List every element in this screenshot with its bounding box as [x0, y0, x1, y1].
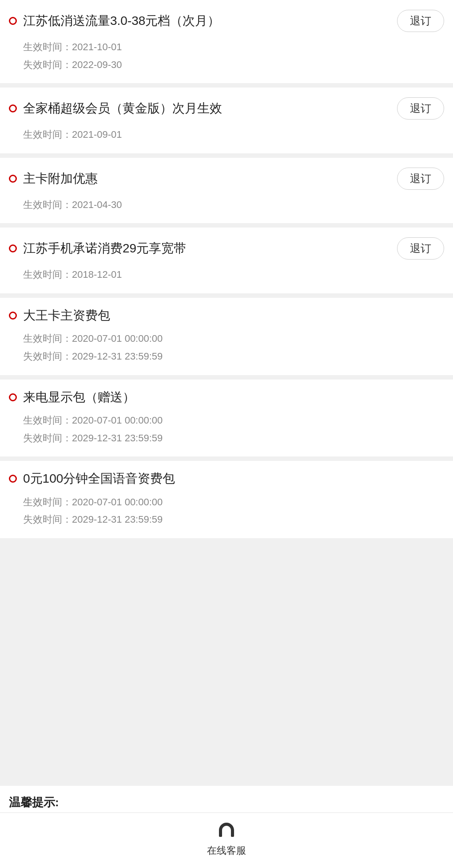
service-card-5: 大王卡主资费包 生效时间：2020-07-01 00:00:00失效时间：202… — [0, 298, 453, 375]
card-header-3: 主卡附加优惠 退订 — [9, 168, 444, 190]
status-dot-5 — [9, 312, 17, 320]
expire-time-7: 失效时间：2029-12-31 23:59:59 — [23, 511, 444, 528]
card-header-4: 江苏手机承诺消费29元享宽带 退订 — [9, 237, 444, 260]
effective-time-7: 生效时间：2020-07-01 00:00:00 — [23, 493, 444, 511]
svg-rect-0 — [219, 832, 222, 837]
card-title-row-4: 江苏手机承诺消费29元享宽带 — [9, 240, 390, 256]
unsubscribe-button-1[interactable]: 退订 — [397, 10, 444, 32]
svg-rect-1 — [231, 832, 234, 837]
bottom-bar[interactable]: 在线客服 — [0, 812, 453, 868]
card-info-7: 生效时间：2020-07-01 00:00:00失效时间：2029-12-31 … — [9, 493, 444, 528]
effective-time-3: 生效时间：2021-04-30 — [23, 196, 444, 214]
card-title-row-5: 大王卡主资费包 — [9, 308, 444, 324]
card-title-6: 来电显示包（赠送） — [23, 389, 135, 405]
card-info-3: 生效时间：2021-04-30 — [9, 196, 444, 214]
card-header-1: 江苏低消送流量3.0-38元档（次月） 退订 — [9, 10, 444, 32]
card-info-4: 生效时间：2018-12-01 — [9, 266, 444, 284]
card-header-6: 来电显示包（赠送） — [9, 389, 444, 405]
service-card-7: 0元100分钟全国语音资费包 生效时间：2020-07-01 00:00:00失… — [0, 461, 453, 538]
card-title-row-2: 全家桶超级会员（黄金版）次月生效 — [9, 100, 390, 116]
unsubscribe-button-2[interactable]: 退订 — [397, 97, 444, 120]
effective-time-6: 生效时间：2020-07-01 00:00:00 — [23, 412, 444, 429]
service-card-3: 主卡附加优惠 退订 生效时间：2021-04-30 — [0, 158, 453, 224]
card-title-5: 大王卡主资费包 — [23, 308, 110, 324]
effective-time-2: 生效时间：2021-09-01 — [23, 126, 444, 144]
main-content: 江苏低消送流量3.0-38元档（次月） 退订 生效时间：2021-10-01失效… — [0, 0, 453, 786]
card-info-1: 生效时间：2021-10-01失效时间：2022-09-30 — [9, 38, 444, 73]
warm-tips-section: 温馨提示: — [0, 786, 453, 815]
card-header-7: 0元100分钟全国语音资费包 — [9, 471, 444, 487]
status-dot-7 — [9, 475, 17, 483]
card-title-1: 江苏低消送流量3.0-38元档（次月） — [23, 13, 220, 29]
expire-time-6: 失效时间：2029-12-31 23:59:59 — [23, 429, 444, 447]
status-dot-2 — [9, 104, 17, 112]
card-title-4: 江苏手机承诺消费29元享宽带 — [23, 240, 186, 256]
unsubscribe-button-3[interactable]: 退订 — [397, 168, 444, 190]
card-info-2: 生效时间：2021-09-01 — [9, 126, 444, 144]
card-header-5: 大王卡主资费包 — [9, 308, 444, 324]
card-title-2: 全家桶超级会员（黄金版）次月生效 — [23, 100, 222, 116]
expire-time-5: 失效时间：2029-12-31 23:59:59 — [23, 348, 444, 365]
warm-tips-title: 温馨提示: — [9, 796, 59, 809]
card-title-row-7: 0元100分钟全国语音资费包 — [9, 471, 444, 487]
status-dot-3 — [9, 175, 17, 183]
card-title-row-3: 主卡附加优惠 — [9, 171, 390, 187]
effective-time-4: 生效时间：2018-12-01 — [23, 266, 444, 284]
service-card-1: 江苏低消送流量3.0-38元档（次月） 退订 生效时间：2021-10-01失效… — [0, 0, 453, 83]
unsubscribe-button-4[interactable]: 退订 — [397, 237, 444, 260]
headphone-icon — [216, 820, 237, 841]
effective-time-1: 生效时间：2021-10-01 — [23, 38, 444, 56]
card-title-3: 主卡附加优惠 — [23, 171, 98, 187]
status-dot-6 — [9, 393, 17, 401]
effective-time-5: 生效时间：2020-07-01 00:00:00 — [23, 330, 444, 348]
card-title-row-6: 来电显示包（赠送） — [9, 389, 444, 405]
service-card-2: 全家桶超级会员（黄金版）次月生效 退订 生效时间：2021-09-01 — [0, 88, 453, 153]
card-title-row-1: 江苏低消送流量3.0-38元档（次月） — [9, 13, 390, 29]
card-info-6: 生效时间：2020-07-01 00:00:00失效时间：2029-12-31 … — [9, 412, 444, 447]
status-dot-1 — [9, 17, 17, 25]
status-dot-4 — [9, 244, 17, 252]
card-info-5: 生效时间：2020-07-01 00:00:00失效时间：2029-12-31 … — [9, 330, 444, 365]
bottom-bar-label: 在线客服 — [207, 844, 246, 857]
service-card-4: 江苏手机承诺消费29元享宽带 退订 生效时间：2018-12-01 — [0, 228, 453, 293]
card-title-7: 0元100分钟全国语音资费包 — [23, 471, 175, 487]
expire-time-1: 失效时间：2022-09-30 — [23, 56, 444, 74]
service-card-6: 来电显示包（赠送） 生效时间：2020-07-01 00:00:00失效时间：2… — [0, 380, 453, 457]
card-header-2: 全家桶超级会员（黄金版）次月生效 退订 — [9, 97, 444, 120]
